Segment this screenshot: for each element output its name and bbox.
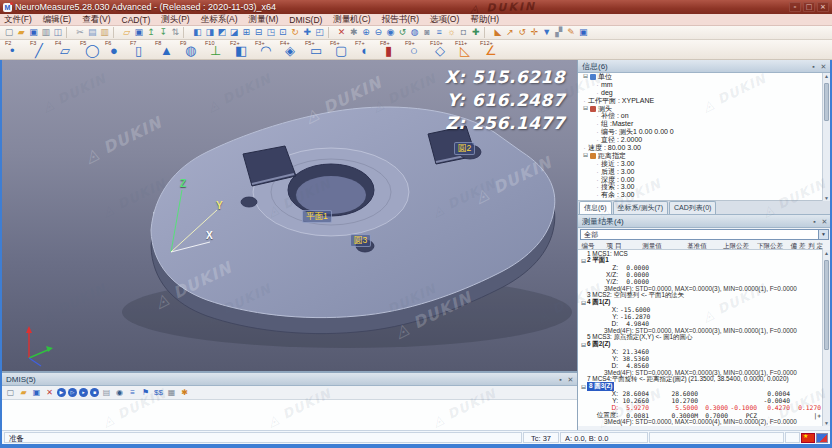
bookmark-icon[interactable]: ⚑: [140, 388, 151, 398]
result-value-row[interactable]: Z:0.0000: [578, 264, 823, 271]
refresh-icon[interactable]: ↺: [397, 27, 408, 38]
view-right-icon[interactable]: ⊟: [253, 27, 264, 38]
menu-item-machine[interactable]: 测量机(C): [333, 14, 370, 26]
feature-edge-point-button[interactable]: F8+▮: [379, 40, 404, 59]
open-part-icon[interactable]: ▱: [121, 27, 132, 38]
feature-polygon-button[interactable]: F10+◇: [429, 40, 454, 59]
minimize-button[interactable]: -: [789, 2, 801, 12]
result-value-row[interactable]: D:4.8560: [578, 362, 823, 369]
pin-icon[interactable]: ▪: [809, 62, 818, 71]
menu-item-probe[interactable]: 测头(P): [161, 14, 189, 26]
view-left-icon[interactable]: ⊞: [241, 27, 252, 38]
find-icon[interactable]: ◉: [114, 388, 125, 398]
feature-ellipse-button[interactable]: F9+○: [404, 40, 429, 59]
stop-run-icon[interactable]: ■: [90, 388, 99, 397]
import-icon[interactable]: ↥: [145, 27, 156, 38]
language-flag-icon[interactable]: [801, 433, 815, 443]
open-folder-icon[interactable]: ▰: [16, 27, 27, 38]
expand-icon[interactable]: ⊟: [582, 73, 589, 80]
save-icon[interactable]: ▣: [28, 27, 39, 38]
line-list-icon[interactable]: ≡: [127, 388, 138, 398]
print-icon[interactable]: ▥: [40, 27, 51, 38]
delete-icon[interactable]: ✕: [336, 27, 347, 38]
step-run-icon[interactable]: ▸: [79, 388, 88, 397]
expand-icon[interactable]: ⊟: [581, 383, 586, 390]
expand-icon[interactable]: ⊟: [582, 152, 589, 159]
tab-1[interactable]: 坐标系/测头(7): [613, 201, 669, 214]
dmis-program-area[interactable]: [2, 400, 577, 430]
tab-2[interactable]: CAD列表(0): [669, 201, 716, 214]
tree-item[interactable]: ·mm: [578, 81, 831, 89]
feature-coordinate-system-button[interactable]: F10⊥: [204, 40, 229, 59]
menu-item-help[interactable]: 帮助(H): [470, 14, 499, 26]
feature-label-circle2[interactable]: 圆2: [454, 142, 475, 155]
tree-item[interactable]: ·有余 : 3.00: [578, 191, 831, 199]
tree-item[interactable]: ·工作平面 : XYPLANE: [578, 97, 831, 105]
menu-item-coordsys[interactable]: 坐标系(A): [201, 14, 238, 26]
grid-view-icon[interactable]: ▦: [166, 388, 177, 398]
result-mcs-row[interactable]: 5 MCS3: 原点指定(X,Y) <- 圆1的圆心: [578, 334, 823, 341]
result-value-row[interactable]: Y:10.266010.2700-0.0040: [578, 397, 823, 404]
probe-rotate-icon[interactable]: ↺: [517, 27, 528, 38]
feature-cone-button[interactable]: F8▲: [154, 40, 179, 59]
close-icon[interactable]: ✕: [820, 217, 829, 226]
menu-item-cad[interactable]: CAD(T): [122, 15, 151, 25]
delete-line-icon[interactable]: ✕: [44, 388, 55, 398]
new-program-icon[interactable]: ▢: [5, 388, 16, 398]
clip-plane-icon[interactable]: ◘: [458, 27, 469, 38]
feature-label-circle3[interactable]: 圆3: [350, 234, 371, 247]
result-value-row[interactable]: X:21.3460: [578, 348, 823, 355]
expand-icon[interactable]: ⊟: [581, 299, 586, 306]
result-mcs-row[interactable]: 1 MCS1: MCS: [578, 250, 823, 257]
zoom-out-icon[interactable]: ⊖: [373, 27, 384, 38]
result-feature-row[interactable]: ⊟4 圆1(Z): [578, 299, 603, 306]
copy-icon[interactable]: ▤: [87, 27, 98, 38]
menu-item-options[interactable]: 选项(O): [430, 14, 459, 26]
view-back-icon[interactable]: ◨: [204, 27, 215, 38]
variables-icon[interactable]: $$: [153, 388, 164, 398]
feature-curve-button[interactable]: F3+◠: [254, 40, 279, 59]
feature-circle-button[interactable]: F5◯: [79, 40, 104, 59]
result-value-row[interactable]: X/Z:0.0000: [578, 271, 823, 278]
result-value-row[interactable]: D:4.9840: [578, 320, 823, 327]
expand-icon[interactable]: ⊟: [581, 341, 586, 348]
add-icon[interactable]: ✚: [470, 27, 481, 38]
edit-icon[interactable]: ✎: [565, 27, 576, 38]
result-value-row[interactable]: Y:38.5360: [578, 355, 823, 362]
close-button[interactable]: ×: [817, 2, 829, 12]
result-value-row[interactable]: D:5.92705.50000.3000-0.10000.42700.1270: [578, 404, 823, 411]
result-statistics-row[interactable]: 3Med(4F): STD=0.0000, MAX=0.0000(4), MIN…: [578, 418, 823, 425]
feature-label-plane1[interactable]: 平面1: [302, 210, 332, 223]
feature-angle-button[interactable]: F12+∠: [479, 40, 504, 59]
save-config-icon[interactable]: ▣: [578, 27, 589, 38]
probe-move-icon[interactable]: ↗: [505, 27, 516, 38]
target-icon[interactable]: ▼: [541, 27, 552, 38]
view-front-icon[interactable]: ◧: [192, 27, 203, 38]
sync-icon[interactable]: ⇅: [170, 27, 181, 38]
cut-icon[interactable]: ✂: [75, 27, 86, 38]
expand-icon[interactable]: ⊟: [581, 257, 586, 264]
info-tree-scrollbar[interactable]: ▲▼: [822, 73, 830, 201]
feature-distance-button[interactable]: F11+◺: [454, 40, 479, 59]
result-value-row[interactable]: Y/Z:0.0000: [578, 278, 823, 285]
result-value-row[interactable]: X:28.600428.60000.0004: [578, 390, 823, 397]
zoom-in-icon[interactable]: ⊕: [360, 27, 371, 38]
save-program-icon[interactable]: ▣: [31, 388, 42, 398]
maximize-button[interactable]: □: [803, 2, 815, 12]
run-from-line-icon[interactable]: ▷: [68, 388, 77, 397]
feature-line-button[interactable]: F3╱: [29, 40, 54, 59]
result-mcs-row[interactable]: 7 MCS4:平面旋转 <- 距离指定(圆2) (21.3500, 38.540…: [578, 376, 823, 383]
layers-icon[interactable]: ≡: [434, 27, 445, 38]
result-feature-row[interactable]: ⊟6 圆2(Z): [578, 341, 603, 348]
settings-gear-icon[interactable]: ✱: [348, 27, 359, 38]
feature-point-button[interactable]: F2•: [4, 40, 29, 59]
snapshot-icon[interactable]: ◙: [421, 27, 432, 38]
light-icon[interactable]: ☼: [446, 27, 457, 38]
view-iso-icon[interactable]: ◳: [265, 27, 276, 38]
feature-sphere-button[interactable]: F6●: [104, 40, 129, 59]
new-file-icon[interactable]: ▢: [4, 27, 15, 38]
show-eye-icon[interactable]: ◉: [385, 27, 396, 38]
program-page-icon[interactable]: ▤: [101, 388, 112, 398]
probe-position-icon[interactable]: ◣: [492, 27, 503, 38]
feature-square-slot-button[interactable]: F6+▢: [329, 40, 354, 59]
